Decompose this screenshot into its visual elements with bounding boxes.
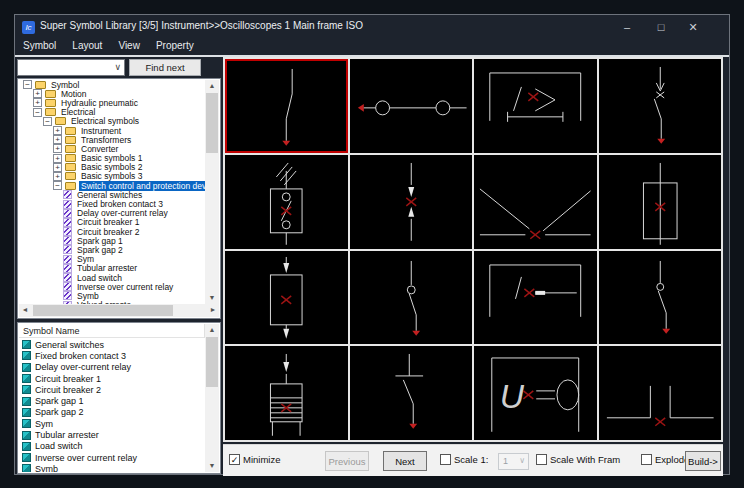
circle-contact-switch-symbol: [350, 251, 473, 345]
explode-checkbox[interactable]: Explode: [641, 454, 689, 465]
list-item[interactable]: Tubular arrester: [19, 429, 205, 440]
scroll-down-icon[interactable]: ▼: [205, 292, 219, 304]
checkbox-checked-icon[interactable]: ✓: [229, 454, 240, 465]
symbol-cell-0[interactable]: [225, 59, 348, 153]
fuse-rect-symbol: [599, 155, 722, 249]
scroll-up-icon[interactable]: ▲: [205, 80, 219, 92]
tree-hscrollbar[interactable]: ◄ ►: [19, 304, 219, 317]
svg-text:U: U: [500, 377, 525, 415]
close-window-icon[interactable]: ✕: [683, 18, 703, 36]
menu-item-property[interactable]: Property: [148, 39, 202, 51]
tree-item[interactable]: +Hydraulic pneumatic: [19, 98, 205, 107]
symbol-cell-13[interactable]: [350, 346, 473, 440]
app-window: Ic Super Symbol Library [3/5] Instrument…: [14, 14, 730, 475]
scroll-left-icon[interactable]: ◄: [19, 304, 31, 316]
list-item[interactable]: Load switch: [19, 441, 205, 452]
menu-item-symbol[interactable]: Symbol: [15, 39, 64, 51]
scroll-right-icon[interactable]: ►: [207, 304, 219, 316]
symbol-cell-3[interactable]: [599, 59, 722, 153]
minimize-window-icon[interactable]: –: [617, 18, 637, 36]
folder-icon: [65, 127, 76, 135]
symbol-block-icon: [22, 442, 31, 451]
symbol-cell-5[interactable]: [350, 155, 473, 249]
collapse-icon[interactable]: −: [53, 181, 62, 190]
list-item[interactable]: Circuit breaker 1: [19, 373, 205, 384]
list-item[interactable]: Fixed broken contact 3: [19, 350, 205, 361]
list-item[interactable]: Delay over-current relay: [19, 362, 205, 373]
maximize-window-icon[interactable]: □: [651, 18, 671, 36]
symbol-cell-2[interactable]: [474, 59, 597, 153]
expand-icon[interactable]: +: [53, 126, 62, 135]
symbol-cell-4[interactable]: [225, 155, 348, 249]
tree-vscrollbar-thumb[interactable]: [206, 93, 218, 153]
scroll-down-icon[interactable]: ▼: [205, 460, 219, 472]
symbol-leaf-icon: [63, 291, 72, 300]
tree-vscrollbar[interactable]: ▲ ▼: [205, 80, 219, 304]
expand-icon[interactable]: +: [53, 163, 62, 172]
symbol-cell-14[interactable]: U: [474, 346, 597, 440]
ladder-arrester-symbol: [225, 346, 348, 440]
symbol-block-icon: [22, 363, 31, 372]
build-button[interactable]: Build->: [685, 451, 721, 471]
checkbox-unchecked-icon[interactable]: [440, 454, 451, 465]
scroll-up-icon[interactable]: ▲: [205, 324, 219, 336]
tree-item[interactable]: Inverse over current relay: [19, 282, 205, 291]
list-item[interactable]: Inverse over current relay: [19, 452, 205, 463]
collapse-icon[interactable]: −: [23, 80, 32, 89]
list-item-label: Load switch: [35, 441, 83, 451]
checkbox-unchecked-icon[interactable]: [641, 454, 652, 465]
scale-value-dropdown[interactable]: 1 ∨: [498, 453, 529, 470]
breaker-box-symbol: [225, 155, 348, 249]
symbol-cell-9[interactable]: [350, 251, 473, 345]
folder-icon: [45, 108, 56, 116]
symbol-cell-12[interactable]: [225, 346, 348, 440]
list-item[interactable]: Spark gap 2: [19, 407, 205, 418]
symbol-cell-15[interactable]: [599, 346, 722, 440]
list-item[interactable]: General switches: [19, 339, 205, 350]
folder-icon: [65, 154, 76, 162]
list-header-symbol-name[interactable]: Symbol Name: [19, 324, 205, 338]
tree-item[interactable]: −Symbol: [19, 80, 205, 89]
symbol-name-list: General switchesFixed broken contact 3De…: [19, 339, 205, 472]
scale1-checkbox[interactable]: Scale 1:: [440, 454, 488, 465]
tree-hscrollbar-thumb[interactable]: [33, 305, 173, 316]
list-item[interactable]: Spark gap 1: [19, 395, 205, 406]
list-vscrollbar[interactable]: ▲ ▼: [205, 324, 219, 472]
scale-with-frame-checkbox[interactable]: Scale With Fram: [536, 454, 620, 465]
folder-icon: [65, 182, 76, 190]
symbol-leaf-icon: [63, 227, 72, 236]
list-vscrollbar-thumb[interactable]: [206, 337, 218, 387]
folder-icon: [35, 81, 46, 89]
search-combobox[interactable]: ∨: [17, 59, 125, 76]
expand-icon[interactable]: +: [53, 135, 62, 144]
expand-icon[interactable]: +: [53, 154, 62, 163]
expand-icon[interactable]: +: [53, 172, 62, 181]
previous-button[interactable]: Previous: [325, 451, 369, 471]
list-item[interactable]: Sym: [19, 418, 205, 429]
checkbox-unchecked-icon[interactable]: [536, 454, 547, 465]
expand-icon[interactable]: +: [33, 98, 42, 107]
symbol-cell-11[interactable]: [599, 251, 722, 345]
chevron-down-icon[interactable]: ∨: [114, 62, 121, 72]
symbol-cell-7[interactable]: [599, 155, 722, 249]
menu-item-layout[interactable]: Layout: [64, 39, 110, 51]
symbol-cell-6[interactable]: [474, 155, 597, 249]
expand-icon[interactable]: +: [53, 144, 62, 153]
collapse-icon[interactable]: −: [43, 117, 52, 126]
delay-relay-frame-symbol: [474, 59, 597, 153]
next-button[interactable]: Next: [383, 451, 427, 471]
symbol-cell-10[interactable]: [474, 251, 597, 345]
symbol-block-icon: [22, 385, 31, 394]
list-item[interactable]: Circuit breaker 2: [19, 384, 205, 395]
tree-item[interactable]: Spark gap 2: [19, 245, 205, 254]
collapse-icon[interactable]: −: [33, 108, 42, 117]
list-item[interactable]: Symb: [19, 463, 205, 472]
break-contact-symbol: [599, 346, 722, 440]
expand-icon[interactable]: +: [33, 89, 42, 98]
symbol-cell-8[interactable]: [225, 251, 348, 345]
tubular-arrester-symbol: [225, 251, 348, 345]
minimize-checkbox[interactable]: ✓ Minimize: [229, 454, 280, 465]
symbol-cell-1[interactable]: [350, 59, 473, 153]
find-next-button[interactable]: Find next: [129, 59, 201, 76]
menu-item-view[interactable]: View: [110, 39, 148, 51]
